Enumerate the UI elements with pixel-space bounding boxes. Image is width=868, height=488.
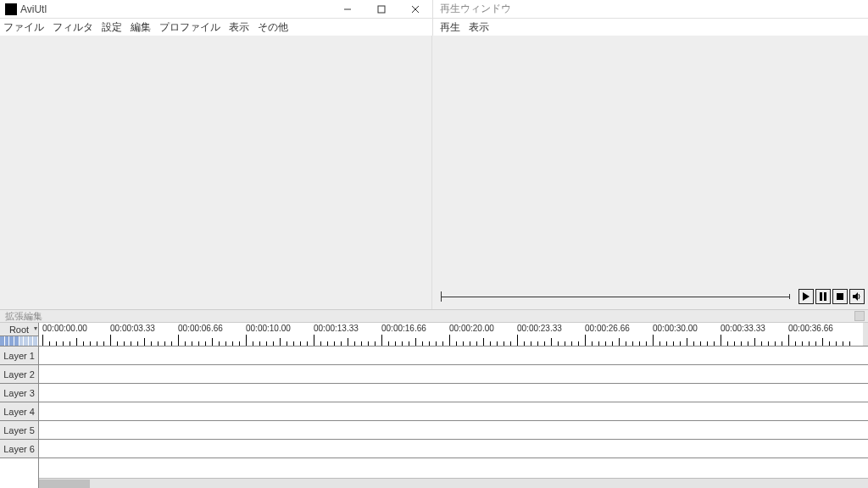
playback-window-title: 再生ウィンドウ <box>440 2 511 16</box>
main-preview-canvas <box>0 36 432 309</box>
layer-label[interactable]: Layer 1 <box>0 347 38 365</box>
menu-playback-view[interactable]: 表示 <box>469 20 489 35</box>
menu-profile[interactable]: プロファイル <box>159 20 220 35</box>
app-icon <box>5 3 17 15</box>
time-ruler[interactable]: 00:00:00.0000:00:03.3300:00:06.6600:00:1… <box>39 323 868 347</box>
main-window-title: AviUtl <box>20 3 331 15</box>
root-label: Root <box>9 324 29 335</box>
close-button[interactable] <box>398 0 432 19</box>
svg-rect-7 <box>837 293 843 300</box>
svg-rect-6 <box>824 292 826 301</box>
time-label: 00:00:33.33 <box>721 324 765 333</box>
zoom-scale-control[interactable] <box>0 336 38 347</box>
timeline-tracks-area[interactable]: 00:00:00.0000:00:03.3300:00:06.6600:00:1… <box>39 323 868 488</box>
root-cell[interactable]: Root ▾ <box>0 323 38 336</box>
main-menubar: ファイル フィルタ 設定 編集 プロファイル 表示 その他 <box>0 19 432 36</box>
ext-edit-title: 拡張編集 <box>5 310 42 323</box>
layer-track[interactable] <box>39 347 868 365</box>
menu-file[interactable]: ファイル <box>3 20 44 35</box>
menu-view[interactable]: 表示 <box>229 20 249 35</box>
minimize-button[interactable] <box>331 0 364 19</box>
horizontal-scrollbar[interactable] <box>39 478 853 488</box>
layer-track[interactable] <box>39 440 868 458</box>
time-label: 00:00:00.00 <box>42 324 87 333</box>
time-label: 00:00:13.33 <box>314 324 359 333</box>
menu-other[interactable]: その他 <box>258 20 288 35</box>
time-label: 00:00:23.33 <box>517 324 562 333</box>
chevron-down-icon: ▾ <box>34 324 37 332</box>
main-window-titlebar: AviUtl <box>0 0 432 19</box>
svg-marker-8 <box>853 292 858 301</box>
time-label: 00:00:30.00 <box>653 324 698 333</box>
playback-window-titlebar: 再生ウィンドウ <box>432 0 868 19</box>
layer-track[interactable] <box>39 402 868 421</box>
menu-filter[interactable]: フィルタ <box>53 20 93 35</box>
layer-label[interactable]: Layer 5 <box>0 421 38 440</box>
time-label: 00:00:36.66 <box>788 324 833 333</box>
timeline-left-gutter: Root ▾ Layer 1 Layer 2 Layer 3 Layer 4 L… <box>0 323 39 488</box>
ext-edit-button[interactable] <box>854 311 865 321</box>
time-label: 00:00:16.66 <box>381 324 426 333</box>
time-label: 00:00:26.66 <box>585 324 630 333</box>
ext-edit-titlebar: 拡張編集 <box>0 309 868 323</box>
time-label: 00:00:20.00 <box>449 324 494 333</box>
svg-rect-5 <box>820 292 822 301</box>
timeline: Root ▾ Layer 1 Layer 2 Layer 3 Layer 4 L… <box>0 323 868 488</box>
menu-edit[interactable]: 編集 <box>131 20 151 35</box>
layer-label[interactable]: Layer 2 <box>0 365 38 384</box>
layer-label[interactable]: Layer 3 <box>0 384 38 402</box>
layer-track[interactable] <box>39 421 868 440</box>
time-label: 00:00:03.33 <box>110 324 155 333</box>
scrollbar-corner <box>853 478 868 488</box>
play-button[interactable] <box>798 289 814 304</box>
layer-track[interactable] <box>39 384 868 402</box>
svg-marker-4 <box>803 292 810 301</box>
layer-label[interactable]: Layer 6 <box>0 440 38 458</box>
pause-button[interactable] <box>815 289 831 304</box>
time-label: 00:00:06.66 <box>178 324 223 333</box>
playback-menubar: 再生 表示 <box>432 19 868 36</box>
stop-button[interactable] <box>832 289 848 304</box>
volume-button[interactable] <box>849 289 865 304</box>
time-label: 00:00:10.00 <box>246 324 291 333</box>
menu-playback-play[interactable]: 再生 <box>440 20 460 35</box>
maximize-button[interactable] <box>364 0 398 19</box>
playback-preview-area <box>432 36 868 309</box>
scrollbar-thumb[interactable] <box>39 480 90 488</box>
layer-track[interactable] <box>39 365 868 384</box>
layer-label[interactable]: Layer 4 <box>0 402 38 421</box>
svg-rect-1 <box>378 6 385 13</box>
seek-slider[interactable] <box>441 291 790 302</box>
menu-settings[interactable]: 設定 <box>102 20 122 35</box>
